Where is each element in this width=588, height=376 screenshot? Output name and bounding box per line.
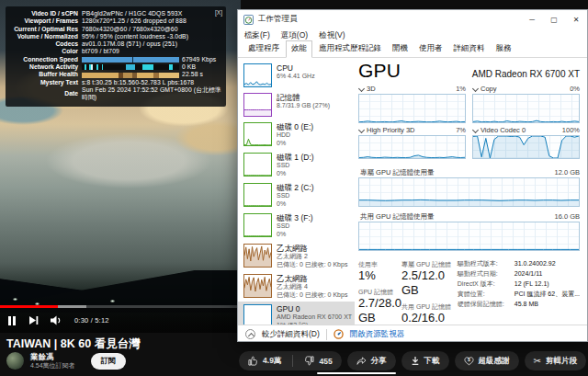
tab-performance[interactable]: 效能 [286,40,312,58]
pause-button[interactable] [7,315,17,326]
super-thanks-button[interactable]: $ 超級感謝 [455,351,519,370]
stats-value: Sun Feb 25 2024 17:52:52 GMT+0800 (台北標準時… [82,86,221,102]
sidebar-item-text: CPU 6% 4.41 GHz [277,63,315,87]
sidebar-item-text: 乙太網路 乙太網路 2 已傳送: 0 已接收: 0 Kbps [277,244,347,268]
video-player[interactable]: [X] Video ID / sCPN PB4gId2wPNc / H1GC 4… [0,0,241,333]
tab-app-history[interactable]: 應用程式歷程記錄 [314,41,386,57]
buffer-health-bar [82,73,179,78]
window-title: 工作管理員 [258,14,516,25]
chevron-up-circle-icon [245,329,255,339]
chart-value: 16.0 GB [554,212,580,221]
sidebar-item-disk3[interactable]: 磁碟 3 (F:) SSD 0% [238,211,355,241]
tab-details[interactable]: 詳細資料 [449,41,490,57]
driver-value: PCI 匯流排 62、裝置... [514,289,580,299]
gpu-stats: 使用率 1% GPU 記憶體 2.7/28.0 GB 專屬 GPU 記憶體 2.… [358,258,580,325]
tab-processes[interactable]: 處理程序 [243,41,284,57]
stats-label: Video ID / sCPN [9,10,82,17]
fewer-details-button[interactable]: 較少詳細資料(D) [262,329,320,340]
shared-memory-label: 共用 GPU 記憶體 [401,302,458,311]
chevron-down-icon[interactable] [472,85,479,92]
sidebar-item-gpu0[interactable]: GPU 0 AMD Radeon RX 6700 XT 1% (53 °C) [238,302,355,325]
titlebar[interactable]: 工作管理員 ─ ▢ ✕ [238,10,587,28]
stats-row: Viewport / Frames 1280x720*1.25 / 626 dr… [9,17,221,25]
maximize-button[interactable]: ▢ [543,10,565,28]
thumbs-up-icon[interactable] [248,356,258,366]
tab-services[interactable]: 服務 [492,41,516,57]
menu-view[interactable]: 檢視(V) [319,30,345,41]
item-title: 磁碟 0 (E:) [277,122,313,131]
item-title: GPU 0 [277,304,352,313]
disk0-mini-chart [243,122,272,146]
item-sub: 乙太網路 2 [277,253,347,261]
chart-label: High Priority 3D [367,126,415,134]
stats-row-buffer-health: Buffer Health 22.58 s [9,71,221,78]
sidebar-item-disk2[interactable]: 磁碟 2 (C:) SSD 0% [238,180,355,211]
chart-label: 專屬 GPU 記憶體使用量 [360,168,434,177]
chart-head-copy: Copy 0% [472,84,580,94]
menu-options[interactable]: 選項(O) [281,30,308,41]
next-button[interactable] [28,315,39,325]
sidebar-item-text: GPU 0 AMD Radeon RX 6700 XT 1% (53 °C) [277,304,352,325]
driver-label: 驅動程式版本: [458,258,514,268]
sidebar-item-memory[interactable]: 記憶體 8.7/31.9 GB (27%) [238,90,355,120]
scissors-icon: ✂ [534,356,541,366]
like-count[interactable]: 4.9萬 [263,356,281,367]
video-actions: 4.9萬 455 分享 下載 $ 超級感謝 ✂ 剪輯 [239,351,586,370]
menu-file[interactable]: 檔案(F) [244,30,270,41]
volume-icon[interactable] [51,315,62,325]
stats-value: 22.58 s [182,71,203,78]
channel-name[interactable]: 業餘馮 [30,352,75,361]
stats-value: 95% / 95% (content loudness -3.0dB) [82,33,188,40]
sidebar-item-disk1[interactable]: 磁碟 1 (D:) SSD 0% [238,150,355,180]
item-sub: HDD [277,131,313,140]
stats-label: Mystery Text [9,79,82,86]
close-button[interactable]: ✕ [565,10,587,28]
gpu-stats-col2: 專屬 GPU 記憶體 2.5/12.0 GB 共用 GPU 記憶體 0.2/16… [401,258,458,325]
thumbs-down-icon[interactable] [304,356,314,366]
driver-label: 驅動程式日期: [458,268,514,279]
open-resource-monitor-link[interactable]: 開啟資源監視器 [350,329,405,340]
gpu-dedicated-memory-chart [358,177,580,207]
window-controls: ─ ▢ ✕ [521,10,587,28]
item-sub2: 0% [277,170,314,178]
memory-mini-chart [243,93,272,117]
download-button[interactable]: 下載 [401,351,449,370]
stats-value: 0 KB [182,63,196,71]
stats-for-nerds-panel: [X] Video ID / sCPN PB4gId2wPNc / H1GC 4… [6,6,226,107]
network-activity-bar [82,64,179,70]
gpu-title: GPU [358,60,401,82]
share-label: 分享 [371,356,387,367]
channel-avatar[interactable] [6,352,24,370]
disk1-mini-chart [243,153,272,177]
tab-startup[interactable]: 開機 [388,41,413,57]
sidebar-item-disk0[interactable]: 磁碟 0 (E:) HDD 0% [238,120,355,150]
stats-label: Buffer Health [9,71,82,78]
tab-bar: 處理程序 效能 應用程式歷程記錄 開機 使用者 詳細資料 服務 [238,42,587,58]
chevron-down-icon[interactable] [472,127,479,133]
sidebar-item-ethernet4[interactable]: 乙太網路 乙太網路 4 已傳送: 0 已接收: 0 Kbps [238,271,355,302]
minimize-button[interactable]: ─ [521,10,543,28]
gpu-panel: GPU AMD Radeon RX 6700 XT 3D 1% [355,58,587,325]
stats-row: Codecs av01.0.17M.08 (571) / opus (251) [9,40,221,48]
chart-value: 0% [570,85,580,93]
tab-users[interactable]: 使用者 [414,41,447,57]
heart-dollar-icon: $ [464,356,474,366]
item-sub2: 1% (53 °C) [277,322,352,325]
chart-label: 3D [367,85,376,93]
dislike-count[interactable]: 455 [319,357,332,366]
sidebar-item-ethernet2[interactable]: 乙太網路 乙太網路 2 已傳送: 0 已接收: 0 Kbps [238,241,355,271]
clip-button[interactable]: ✂ 剪輯片段 [525,351,586,370]
close-icon[interactable]: [X] [215,9,222,17]
channel-row: 業餘馮 4.54萬位訂閱者 訂閱 [6,352,126,370]
chevron-down-icon[interactable] [358,85,365,92]
task-manager-app-icon [243,15,254,25]
pill-divider [292,355,293,367]
sidebar-item-cpu[interactable]: CPU 6% 4.41 GHz [238,61,355,90]
item-title: CPU [277,63,315,73]
screen: [X] Video ID / sCPN PB4gId2wPNc / H1GC 4… [0,0,588,376]
stats-row: Volume / Normalized 95% / 95% (content l… [9,33,221,40]
chevron-down-icon[interactable] [358,127,365,133]
stats-row: Date Sun Feb 25 2024 17:52:52 GMT+0800 (… [9,86,221,102]
share-button[interactable]: 分享 [347,351,396,370]
subscribe-button[interactable]: 訂閱 [91,353,126,370]
